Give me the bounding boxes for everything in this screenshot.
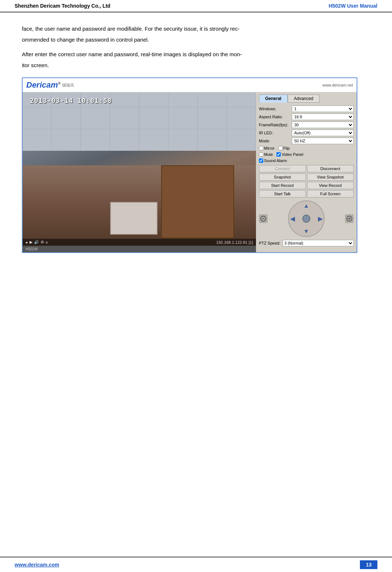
manual-title: H502W User Manual <box>329 3 377 9</box>
label-framerate: FrameRate(fps): <box>259 123 292 127</box>
checkboxes-row: Mirror Flip <box>259 146 354 150</box>
ptz-speed-row: PTZ Speed: 3 (Normal) <box>259 240 354 246</box>
video-panel: 2013-03-14 10:01:58 ● ▶ 🔊 ⚙ ≡ 192.168.1.… <box>23 92 256 252</box>
full-screen-button[interactable]: Full Screen <box>307 190 354 197</box>
video-screen: 2013-03-14 10:01:58 ● ▶ 🔊 ⚙ ≡ 192.168.1.… <box>23 92 256 246</box>
buttons-grid: Connect Disconnect Snapshot View Snapsho… <box>259 165 354 197</box>
input-flip[interactable] <box>278 146 283 150</box>
disconnect-button[interactable]: Disconnect <box>307 165 354 172</box>
ptz-speed-label: PTZ Speed: <box>259 241 280 245</box>
checkbox-videopanel[interactable]: Video Panel <box>276 152 303 157</box>
checkbox-soundalarm[interactable]: Sound Alarm <box>259 158 287 163</box>
app-topbar: Dericam® 德瑞讯 www.dericam.net <box>23 78 357 92</box>
ptz-section: ▲ ▼ ◀ ▶ <box>259 200 354 237</box>
page-header: Shenzhen Dericam Technology Co., Ltd H50… <box>0 0 392 12</box>
select-irled[interactable]: Auto(Off) <box>292 130 354 136</box>
footer-url[interactable]: www.dericam.com <box>15 562 59 568</box>
form-row-windows: Windows: 1 <box>259 105 354 112</box>
select-aspect[interactable]: 16:9 <box>292 114 354 120</box>
app-url: www.dericam.net <box>322 83 353 87</box>
ptz-up-arrow[interactable]: ▲ <box>303 203 309 209</box>
video-controls-icons: ● ▶ 🔊 ⚙ ≡ <box>26 240 48 245</box>
controls-panel: General Advanced Windows: 1 Aspect Ratio… <box>256 92 357 252</box>
company-name: Shenzhen Dericam Technology Co., Ltd <box>15 3 110 9</box>
label-irled: IR LED: <box>259 131 292 135</box>
tab-general[interactable]: General <box>259 95 288 103</box>
label-mode: Mode: <box>259 139 292 143</box>
ptz-zoom-in-icon[interactable] <box>345 214 354 223</box>
form-row-aspect: Aspect Ratio: 16:9 <box>259 114 354 120</box>
select-windows[interactable]: 1 <box>292 105 354 112</box>
view-snapshot-button[interactable]: View Snapshot <box>307 173 354 181</box>
cabinet <box>161 165 234 238</box>
label-aspect: Aspect Ratio: <box>259 115 292 119</box>
select-mode[interactable]: 50 HZ <box>292 138 354 144</box>
connect-button[interactable]: Connect <box>259 165 306 172</box>
page-footer: www.dericam.com 13 <box>0 557 392 572</box>
input-mute[interactable] <box>259 152 263 157</box>
snapshot-button[interactable]: Snapshot <box>259 173 306 181</box>
video-ip: 192.168.1.122:81 [1] <box>216 240 253 245</box>
start-talk-button[interactable]: Start Talk <box>259 190 306 197</box>
form-row-framerate: FrameRate(fps): 30 <box>259 122 354 128</box>
monitor-on-desk <box>110 202 158 235</box>
ptz-zoom-out-icon[interactable] <box>259 214 268 223</box>
screenshot-container: Dericam® 德瑞讯 www.dericam.net 20 <box>22 77 357 253</box>
menu-icon[interactable]: ≡ <box>46 240 48 245</box>
checkboxes-row-2: Mute Video Panel <box>259 152 354 157</box>
video-overlay: ● ▶ 🔊 ⚙ ≡ 192.168.1.122:81 [1] <box>23 239 256 246</box>
checkboxes-row-3: Sound Alarm <box>259 158 354 163</box>
app-logo: Dericam® 德瑞讯 <box>26 80 74 90</box>
play-icon[interactable]: ▶ <box>30 240 32 245</box>
ptz-left-arrow[interactable]: ◀ <box>290 215 295 222</box>
video-model: H502W <box>26 247 38 251</box>
checkbox-mirror[interactable]: Mirror <box>259 146 275 150</box>
logo-text: Dericam® <box>26 80 61 90</box>
paragraph-2: After enter the correct user name and pa… <box>22 49 370 71</box>
input-soundalarm[interactable] <box>259 158 263 163</box>
view-record-button[interactable]: View Record <box>307 182 354 189</box>
form-row-irled: IR LED: Auto(Off) <box>259 130 354 136</box>
ptz-right-arrow[interactable]: ▶ <box>318 215 322 222</box>
checkbox-flip[interactable]: Flip <box>278 146 290 150</box>
form-row-mode: Mode: 50 HZ <box>259 138 354 144</box>
select-framerate[interactable]: 30 <box>292 122 354 128</box>
ptz-center-button[interactable] <box>302 215 310 223</box>
ptz-down-arrow[interactable]: ▼ <box>303 228 309 235</box>
video-timestamp: 2013-03-14 10:01:58 <box>30 97 112 104</box>
record-icon[interactable]: ● <box>26 240 28 245</box>
page-content: face, the user name and password are mod… <box>0 20 392 293</box>
settings-icon[interactable]: ⚙ <box>40 240 44 245</box>
checkbox-mute[interactable]: Mute <box>259 152 273 157</box>
ptz-circle: ▲ ▼ ◀ ▶ <box>288 200 325 237</box>
logo-chinese: 德瑞讯 <box>62 82 74 88</box>
app-main: 2013-03-14 10:01:58 ● ▶ 🔊 ⚙ ≡ 192.168.1.… <box>23 92 357 252</box>
paragraph-1: face, the user name and password are mod… <box>22 23 370 45</box>
ptz-speed-select[interactable]: 3 (Normal) <box>283 240 354 246</box>
input-videopanel[interactable] <box>276 152 281 157</box>
input-mirror[interactable] <box>259 146 263 150</box>
app-window: Dericam® 德瑞讯 www.dericam.net 20 <box>23 78 357 252</box>
label-windows: Windows: <box>259 107 292 111</box>
tab-advanced[interactable]: Advanced <box>288 95 319 103</box>
footer-page-number: 13 <box>360 560 377 569</box>
tabs-row: General Advanced <box>259 95 354 103</box>
audio-icon[interactable]: 🔊 <box>34 240 39 245</box>
start-record-button[interactable]: Start Record <box>259 182 306 189</box>
video-statusbar: H502W <box>23 246 256 252</box>
